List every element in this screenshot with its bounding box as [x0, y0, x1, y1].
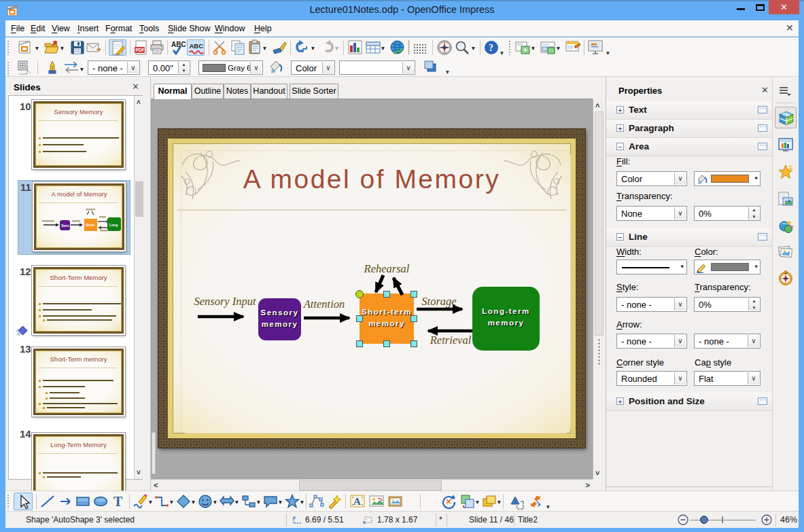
svg-text:Long: Long [109, 223, 118, 227]
svg-text:ABC: ABC [171, 41, 186, 48]
svg-text:?: ? [489, 43, 493, 53]
svg-text:Sens: Sens [61, 224, 69, 228]
svg-text:N: N [785, 271, 787, 274]
svg-text:Short: Short [86, 223, 94, 227]
svg-text:PDF: PDF [136, 48, 145, 52]
svg-text:ABC: ABC [190, 42, 204, 50]
svg-text:T: T [113, 494, 123, 509]
svg-text:A: A [353, 496, 361, 507]
